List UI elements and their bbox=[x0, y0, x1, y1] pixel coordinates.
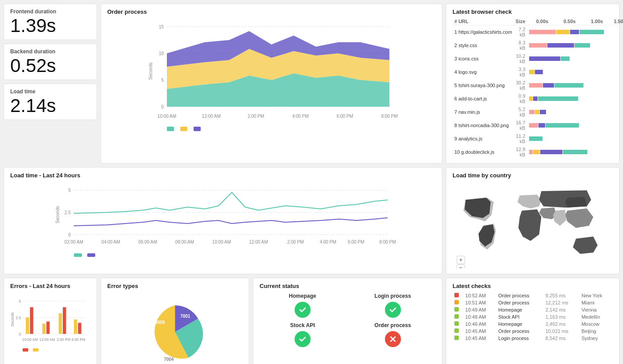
metrics-column: Frontend duration 1.39s Backend duration… bbox=[4, 4, 97, 164]
svg-rect-51 bbox=[46, 322, 49, 334]
svg-text:2:00 PM: 2:00 PM bbox=[287, 240, 303, 244]
svg-text:12:00 AM: 12:00 AM bbox=[40, 337, 55, 342]
svg-text:5: 5 bbox=[161, 78, 164, 83]
svg-text:8:00 PM: 8:00 PM bbox=[381, 114, 397, 119]
svg-text:7004: 7004 bbox=[164, 357, 174, 362]
browser-row: 8 tshirt-norcadia-300.png 16.7 kB bbox=[453, 119, 623, 132]
svg-text:2.5: 2.5 bbox=[65, 210, 71, 215]
status-stock: Stock API bbox=[259, 322, 345, 347]
browser-row: 4 logo.svg 3.3 kB bbox=[453, 65, 623, 79]
svg-text:Seconds: Seconds bbox=[55, 206, 60, 224]
col-05s: 0.50s bbox=[550, 18, 578, 25]
backend-duration-card: Backend duration 0.52s bbox=[4, 44, 97, 80]
svg-text:Seconds: Seconds bbox=[10, 312, 15, 327]
order-process-chart: 15 10 5 0 Seconds 10:00 AM 12:00 AM 2:00… bbox=[107, 18, 436, 147]
col-num: # URL bbox=[453, 18, 514, 25]
latest-checks-card: Latest checks 10:52 AM Order process 9,2… bbox=[446, 278, 619, 364]
browser-row: 9 analytics.js 11.2 kB bbox=[453, 132, 623, 145]
svg-text:4:00 PM: 4:00 PM bbox=[320, 240, 336, 244]
svg-rect-49 bbox=[30, 307, 33, 334]
check-row: 10:51 AM Order process 12,212 ms Miami bbox=[453, 299, 613, 306]
status-login: Login process bbox=[350, 293, 436, 318]
browser-check-title: Latest browser check bbox=[453, 8, 613, 15]
svg-text:6:00 PM: 6:00 PM bbox=[348, 240, 364, 244]
bottom-middle: Error types 7001 3009 7004 Current statu… bbox=[101, 278, 442, 364]
svg-rect-35 bbox=[74, 253, 82, 257]
svg-rect-54 bbox=[74, 320, 77, 334]
browser-check-card: Latest browser check # URL Size 0.00s 0.… bbox=[446, 4, 619, 164]
svg-text:4:00 PM: 4:00 PM bbox=[292, 114, 308, 119]
svg-text:12:00 AM: 12:00 AM bbox=[249, 240, 268, 244]
status-order-label: Order process bbox=[375, 322, 411, 328]
check-status-dot bbox=[454, 307, 459, 312]
check-row: 10:49 AM Homepage 2,142 ms Vienna bbox=[453, 306, 613, 313]
order-process-card: Order process 15 10 5 0 Seconds 10:00 AM… bbox=[101, 4, 442, 164]
browser-row: 10 g.doubleclick.js 12.8 kB bbox=[453, 145, 623, 159]
status-order-icon bbox=[385, 331, 401, 347]
map-title: Load time by country bbox=[453, 172, 613, 179]
dashboard: Frontend duration 1.39s Backend duration… bbox=[0, 0, 623, 364]
svg-text:2:00 PM: 2:00 PM bbox=[247, 114, 264, 119]
svg-text:7001: 7001 bbox=[180, 314, 190, 319]
check-status-dot bbox=[454, 321, 459, 326]
order-process-title: Order process bbox=[107, 8, 436, 15]
current-status-title: Current status bbox=[259, 283, 436, 289]
svg-text:3009: 3009 bbox=[155, 320, 165, 325]
status-login-icon bbox=[385, 302, 401, 318]
svg-text:10: 10 bbox=[159, 51, 164, 56]
svg-rect-36 bbox=[87, 253, 95, 257]
browser-row: 3 icons.css 10.2 kB bbox=[453, 52, 623, 65]
load-time-24h-card: Load time - Last 24 hours 5 2.5 0 Second… bbox=[4, 167, 442, 274]
world-map: + − bbox=[453, 181, 613, 268]
svg-text:10:00 AM: 10:00 AM bbox=[158, 114, 176, 119]
browser-row: 2 style.css 8.3 kB bbox=[453, 39, 623, 52]
svg-text:2:00 PM: 2:00 PM bbox=[57, 337, 71, 342]
load-time-title: Load time - Last 24 hours bbox=[10, 172, 436, 179]
status-stock-label: Stock API bbox=[290, 322, 315, 328]
check-row: 10:46 AM Homepage 2,492 ms Moscow bbox=[453, 320, 613, 328]
status-order: Order process bbox=[350, 322, 436, 347]
col-1s: 1.00s bbox=[578, 18, 605, 25]
errors-title: Errors - Last 24 hours bbox=[10, 283, 90, 289]
backend-label: Backend duration bbox=[10, 48, 90, 55]
col-size: Size bbox=[514, 18, 527, 25]
check-row: 10:45 AM Order process 10,021 ms Beijing bbox=[453, 328, 613, 335]
map-card: Load time by country bbox=[446, 167, 619, 274]
svg-text:02:00 AM: 02:00 AM bbox=[65, 240, 83, 244]
svg-text:0: 0 bbox=[68, 232, 71, 237]
errors-chart: 5 2.5 0 Seconds 10:00 AM 12:00 AM 2:00 P… bbox=[10, 292, 90, 364]
svg-text:Seconds: Seconds bbox=[148, 63, 153, 80]
svg-text:−: − bbox=[459, 264, 463, 268]
error-types-card: Error types 7001 3009 7004 bbox=[101, 278, 249, 364]
svg-text:0: 0 bbox=[161, 104, 164, 109]
check-status-dot bbox=[454, 293, 459, 297]
check-row: 10:48 AM Stock API 1,163 ms Medellín bbox=[453, 313, 613, 320]
errors-24h-card: Errors - Last 24 hours 5 2.5 0 Seconds 1… bbox=[4, 278, 97, 364]
current-status-card: Current status Homepage Login process St… bbox=[253, 278, 442, 364]
svg-text:12:00 AM: 12:00 AM bbox=[202, 114, 221, 119]
error-types-title: Error types bbox=[107, 283, 243, 289]
svg-rect-50 bbox=[42, 324, 45, 334]
check-row: 10:52 AM Order process 9,255 ms New York bbox=[453, 292, 613, 299]
svg-text:08:00 AM: 08:00 AM bbox=[175, 240, 194, 244]
col-0s: 0.00s bbox=[527, 18, 550, 25]
svg-text:2.5: 2.5 bbox=[16, 316, 21, 320]
backend-value: 0.52s bbox=[10, 56, 90, 75]
browser-row: 7 nav.min.js 5.2 kB bbox=[453, 105, 623, 119]
svg-text:4:00 PM: 4:00 PM bbox=[72, 337, 85, 342]
svg-text:5: 5 bbox=[68, 188, 71, 193]
latest-checks-title: Latest checks bbox=[453, 283, 613, 289]
frontend-value: 1.39s bbox=[10, 16, 90, 35]
load-time-chart: 5 2.5 0 Seconds 02:00 AM 04:00 AM 06:00 … bbox=[10, 181, 436, 268]
status-login-label: Login process bbox=[375, 293, 411, 299]
check-status-dot bbox=[454, 300, 459, 304]
svg-text:5: 5 bbox=[19, 299, 21, 304]
svg-rect-15 bbox=[167, 127, 174, 131]
svg-rect-16 bbox=[180, 127, 187, 131]
check-row: 10:45 AM Login process 8,542 ms Sydney bbox=[453, 335, 613, 342]
status-grid: Homepage Login process Stock API bbox=[259, 293, 436, 347]
latest-checks-table: 10:52 AM Order process 9,255 ms New York… bbox=[453, 292, 613, 342]
load-label: Load time bbox=[10, 88, 90, 95]
check-status-dot bbox=[454, 336, 459, 340]
svg-rect-55 bbox=[78, 323, 81, 334]
